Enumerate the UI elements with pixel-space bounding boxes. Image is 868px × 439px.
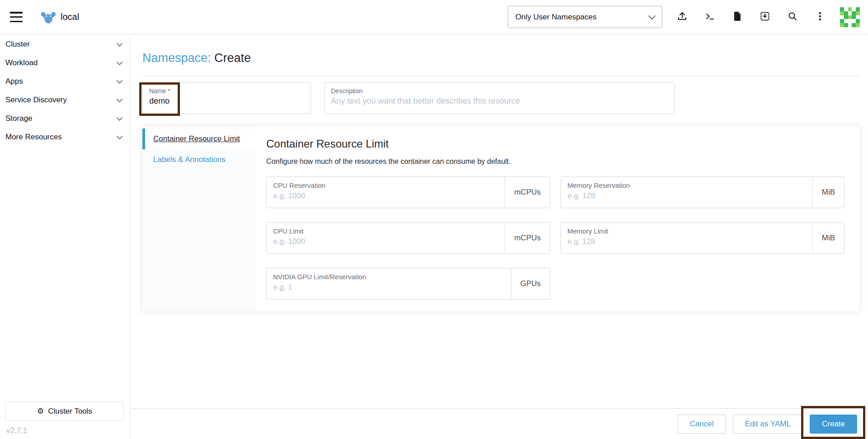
description-field-label: Description: [331, 87, 668, 95]
sidebar: Cluster Workload Apps Service Discovery …: [0, 35, 130, 439]
title-divider: [142, 76, 859, 76]
chevron-down-icon: [117, 58, 123, 67]
field-unit: MiB: [812, 177, 844, 208]
cluster-tools-label: Cluster Tools: [48, 407, 92, 416]
chevron-down-icon: [648, 13, 656, 22]
kubectl-shell-icon: [704, 11, 715, 23]
field-label: NVIDIA GPU Limit/Reservation: [273, 273, 511, 281]
field-unit: GPUs: [511, 268, 550, 299]
cluster-name: local: [61, 12, 79, 22]
tabbed-panel: Container Resource Limit Labels & Annota…: [142, 126, 859, 311]
description-field: Description: [324, 82, 675, 114]
page-title: Namespace: Create: [142, 51, 859, 65]
tab-list: Container Resource Limit Labels & Annota…: [142, 126, 255, 311]
header: local Only User Namespaces: [0, 0, 868, 34]
cpu-limit-input[interactable]: [273, 237, 493, 246]
chevron-down-icon: [117, 133, 123, 142]
sidebar-item-label: Storage: [5, 114, 33, 123]
hamburger-menu-button[interactable]: [10, 12, 23, 22]
memory-reservation-field: Memory Reservation MiB: [561, 177, 844, 208]
page-title-resource: Namespace:: [142, 51, 211, 65]
cpu-reservation-input[interactable]: [273, 191, 493, 200]
memory-reservation-input[interactable]: [567, 191, 800, 200]
import-yaml-icon: [760, 11, 770, 23]
file-button[interactable]: [730, 10, 745, 25]
edit-as-yaml-button[interactable]: Edit as YAML: [733, 415, 803, 434]
name-label-text: Name: [149, 87, 166, 95]
field-unit: mCPUs: [505, 223, 550, 253]
hamburger-bar: [10, 16, 23, 18]
header-left: local: [10, 10, 79, 24]
field-label: CPU Limit: [273, 227, 505, 235]
memory-limit-input[interactable]: [567, 237, 800, 246]
name-input[interactable]: [149, 96, 304, 106]
chevron-down-icon: [117, 77, 123, 86]
field-unit: mCPUs: [505, 177, 550, 208]
tab-label: Container Resource Limit: [153, 134, 240, 143]
kebab-menu-icon: [815, 11, 826, 23]
field-main: CPU Limit: [267, 223, 505, 253]
cluster-tools-button[interactable]: ⚙ Cluster Tools: [5, 401, 124, 421]
kubectl-shell-button[interactable]: [702, 10, 717, 25]
section-heading: Container Resource Limit: [266, 138, 849, 150]
field-main: NVIDIA GPU Limit/Reservation: [267, 268, 511, 299]
search-icon: [787, 11, 798, 23]
field-main: Memory Limit: [561, 223, 812, 253]
field-label: Memory Limit: [567, 227, 812, 235]
header-right: Only User Namespaces: [508, 6, 860, 28]
action-footer: Cancel Edit as YAML Create: [131, 408, 868, 439]
page-title-mode: Create: [214, 51, 251, 65]
cancel-button[interactable]: Cancel: [678, 415, 726, 434]
field-label: Memory Reservation: [567, 181, 812, 189]
sidebar-item-apps[interactable]: Apps: [0, 72, 130, 91]
sidebar-item-storage[interactable]: Storage: [0, 109, 130, 128]
section-description: Configure how much of the resources the …: [266, 157, 849, 166]
hamburger-bar: [10, 12, 23, 14]
tab-content: Container Resource Limit Configure how m…: [255, 126, 859, 311]
field-main: Memory Reservation: [561, 177, 812, 208]
tab-container-resource-limit[interactable]: Container Resource Limit: [142, 129, 255, 149]
name-field-label: Name*: [149, 87, 304, 95]
sidebar-item-workload[interactable]: Workload: [0, 53, 130, 72]
gpu-limit-field: NVIDIA GPU Limit/Reservation GPUs: [266, 268, 550, 300]
sidebar-item-cluster[interactable]: Cluster: [0, 35, 130, 53]
hamburger-bar: [10, 21, 23, 23]
tab-labels-annotations[interactable]: Labels & Annotations: [142, 149, 255, 170]
memory-limit-field: Memory Limit MiB: [561, 222, 844, 254]
upload-icon: [677, 11, 688, 23]
chevron-down-icon: [117, 40, 123, 49]
field-main: CPU Reservation: [267, 177, 505, 208]
sidebar-nav: Cluster Workload Apps Service Discovery …: [0, 35, 130, 146]
sidebar-item-label: Service Discovery: [5, 95, 67, 105]
gear-icon: ⚙: [37, 407, 44, 415]
required-asterisk: *: [168, 87, 170, 95]
user-avatar[interactable]: [840, 7, 860, 27]
search-button[interactable]: [785, 10, 800, 25]
namespace-filter-value: Only User Namespaces: [515, 13, 597, 22]
metadata-row: Name* Description: [142, 82, 859, 114]
kebab-menu-button[interactable]: [812, 10, 828, 25]
version-label: v2.7.1: [6, 426, 27, 435]
resource-fields-grid: CPU Reservation mCPUs Memory Reservation…: [266, 177, 849, 300]
sidebar-item-label: Apps: [5, 77, 23, 86]
sidebar-item-service-discovery[interactable]: Service Discovery: [0, 91, 130, 109]
rancher-logo-icon: [41, 10, 56, 24]
chevron-down-icon: [117, 114, 123, 123]
field-unit: MiB: [812, 223, 844, 253]
description-input[interactable]: [331, 96, 668, 106]
name-field: Name*: [142, 82, 311, 114]
upload-button[interactable]: [675, 10, 690, 25]
gpu-limit-input[interactable]: [273, 283, 499, 292]
field-label: CPU Reservation: [273, 181, 505, 189]
sidebar-item-more-resources[interactable]: More Resources: [0, 128, 130, 146]
sidebar-item-label: More Resources: [5, 133, 62, 142]
main-content: Namespace: Create Name* Description Cont…: [131, 35, 868, 439]
namespace-filter-dropdown[interactable]: Only User Namespaces: [508, 6, 662, 28]
chevron-down-icon: [117, 95, 123, 105]
tab-label: Labels & Annotations: [153, 155, 226, 164]
file-icon: [732, 11, 742, 23]
import-yaml-button[interactable]: [757, 10, 773, 25]
cpu-reservation-field: CPU Reservation mCPUs: [266, 177, 550, 208]
cpu-limit-field: CPU Limit mCPUs: [266, 222, 550, 254]
create-button[interactable]: Create: [810, 415, 857, 434]
